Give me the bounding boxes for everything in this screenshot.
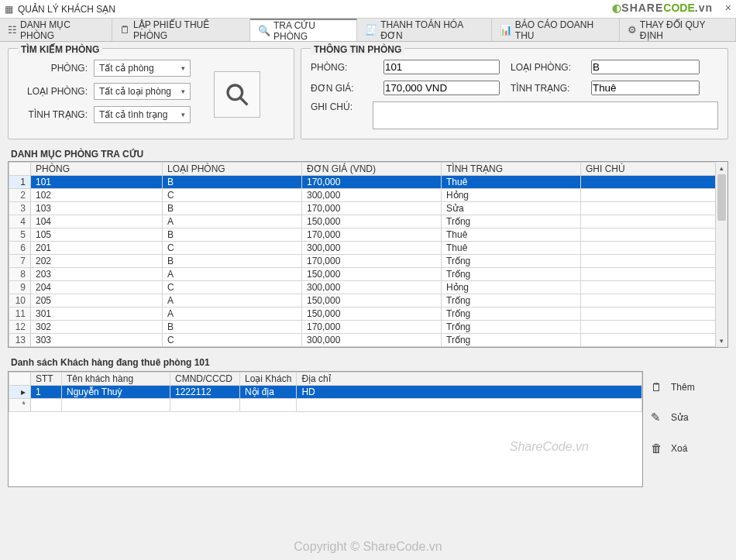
add-button[interactable]: 🗒Thêm <box>651 380 728 393</box>
add-icon: 🗒 <box>651 380 665 393</box>
table-row[interactable]: 2102C300,000Hỏng <box>9 189 727 202</box>
list-icon: ☷ <box>8 24 17 36</box>
titlebar: ▦ QUẢN LÝ KHÁCH SẠN ◐ SHARECODE.vn × <box>0 0 736 19</box>
info-room-input[interactable] <box>383 60 500 74</box>
info-legend: THÔNG TIN PHÒNG <box>311 44 404 55</box>
rooms-scrollbar[interactable]: ▴ ▾ <box>715 162 727 347</box>
table-row[interactable]: 6201C300,000Thuê <box>9 242 727 255</box>
search-icon: 🔍 <box>258 25 270 36</box>
tab-tra-cuu[interactable]: 🔍TRA CỨU PHÒNG <box>250 19 357 41</box>
table-row[interactable]: 4104A150,000Trống <box>9 215 727 228</box>
sharecode-logo: ◐ SHARECODE.vn <box>612 2 713 14</box>
search-type-select[interactable]: Tất cả loại phòng▾ <box>94 83 191 100</box>
table-row[interactable]: 9204C300,000Hỏng <box>9 281 727 294</box>
window-title: QUẢN LÝ KHÁCH SẠN <box>18 4 115 15</box>
scroll-down-icon[interactable]: ▾ <box>716 335 727 347</box>
search-button[interactable] <box>214 71 260 118</box>
rooms-table[interactable]: PHÒNG LOẠI PHÒNG ĐƠN GIÁ (VND) TÌNH TRẠN… <box>9 162 727 347</box>
table-row[interactable]: 10205A150,000Trống <box>9 294 727 307</box>
info-status-label: TÌNH TRẠNG: <box>511 83 580 94</box>
search-panel: TÌM KIẾM PHÒNG PHÒNG: Tất cả phòng▾ LOẠI… <box>8 48 294 139</box>
info-note-label: GHI CHÚ: <box>311 101 373 129</box>
app-icon: ▦ <box>5 4 13 15</box>
delete-icon: 🗑 <box>651 441 665 455</box>
customers-table-wrap: STT Tên khách hàng CMND/CCCD Loại Khách … <box>8 371 643 487</box>
svg-point-0 <box>228 85 242 100</box>
scroll-thumb[interactable] <box>717 174 726 221</box>
tab-bao-cao[interactable]: 📊BÁO CÁO DOANH THU <box>492 19 620 41</box>
info-type-input[interactable] <box>591 60 700 74</box>
chevron-down-icon: ▾ <box>181 111 185 119</box>
rooms-title: DANH MỤC PHÒNG TRA CỨU <box>11 149 728 160</box>
info-panel: THÔNG TIN PHÒNG PHÒNG: LOẠI PHÒNG: ĐƠN G… <box>301 48 728 139</box>
chevron-down-icon: ▾ <box>181 88 185 95</box>
info-room-label: PHÒNG: <box>311 62 373 73</box>
watermark-copyright: Copyright © ShareCode.vn <box>294 540 442 554</box>
table-row[interactable]: 13303C300,000Trống <box>9 334 727 347</box>
table-row[interactable]: 3103B170,000Sửa <box>9 202 727 215</box>
table-row[interactable]: 5105B170,000Thuê <box>9 228 727 242</box>
table-row[interactable]: 8203A150,000Trống <box>9 268 727 281</box>
customers-title: Danh sách Khách hàng đang thuê phòng 101 <box>11 357 643 368</box>
logo-swirl-icon: ◐ <box>612 2 621 14</box>
info-status-input[interactable] <box>591 81 700 95</box>
table-row-new[interactable]: * <box>9 399 642 412</box>
svg-line-1 <box>240 98 247 105</box>
report-icon: 📊 <box>500 24 512 36</box>
close-icon[interactable]: × <box>725 2 731 14</box>
edit-button[interactable]: ✎Sửa <box>651 411 728 424</box>
table-row[interactable]: 11301A150,000Trống <box>9 307 727 321</box>
search-room-label: PHÒNG: <box>18 63 88 74</box>
info-price-input[interactable] <box>383 81 500 95</box>
scroll-up-icon[interactable]: ▴ <box>716 162 727 174</box>
search-room-select[interactable]: Tất cả phòng▾ <box>94 60 191 77</box>
table-row[interactable]: 12302B170,000Trống <box>9 321 727 334</box>
tab-quy-dinh[interactable]: ⚙THAY ĐỔI QUY ĐỊNH <box>620 19 736 41</box>
table-row[interactable]: 7202B170,000Trống <box>9 255 727 268</box>
table-row[interactable]: 1101B170,000Thuê <box>9 176 727 189</box>
info-price-label: ĐƠN GIÁ: <box>311 83 373 94</box>
tab-lap-phieu[interactable]: 🗒LẬP PHIẾU THUÊ PHÒNG <box>112 19 250 41</box>
search-status-select[interactable]: Tất cả tình trạng▾ <box>94 106 191 123</box>
tab-thanh-toan[interactable]: 🧾THANH TOÁN HÓA ĐƠN <box>357 19 492 41</box>
tab-danh-muc-phong[interactable]: ☷DANH MỤC PHÒNG <box>0 19 112 41</box>
delete-button[interactable]: 🗑Xoá <box>651 441 728 455</box>
invoice-icon: 🧾 <box>365 24 377 36</box>
tab-bar: ☷DANH MỤC PHÒNG 🗒LẬP PHIẾU THUÊ PHÒNG 🔍T… <box>0 19 736 42</box>
search-status-label: TÌNH TRẠNG: <box>18 109 88 120</box>
search-legend: TÌM KIẾM PHÒNG <box>18 44 102 55</box>
rooms-table-wrap: PHÒNG LOẠI PHÒNG ĐƠN GIÁ (VND) TÌNH TRẠN… <box>8 161 728 348</box>
magnifier-icon <box>225 82 249 107</box>
search-type-label: LOẠI PHÒNG: <box>18 86 88 97</box>
gear-icon: ⚙ <box>628 24 637 36</box>
info-type-label: LOẠI PHÒNG: <box>511 62 580 73</box>
customers-table[interactable]: STT Tên khách hàng CMND/CCCD Loại Khách … <box>9 372 642 412</box>
info-note-textarea[interactable] <box>373 101 718 129</box>
chevron-down-icon: ▾ <box>181 64 185 72</box>
form-icon: 🗒 <box>120 24 130 36</box>
table-row[interactable]: ▸1Nguyễn Thuỳ1222112Nội địaHD <box>9 386 642 399</box>
edit-icon: ✎ <box>651 411 665 424</box>
